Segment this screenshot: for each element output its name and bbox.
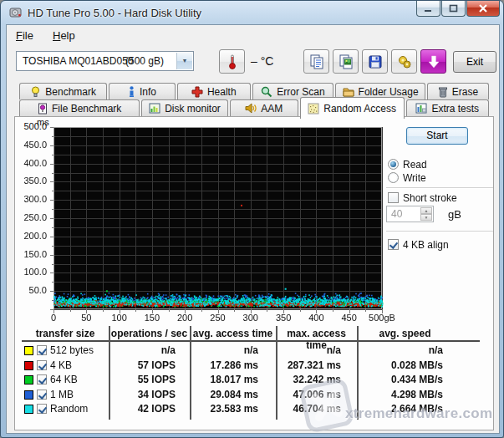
drive-selector[interactable]: TOSHIBA MQ01ABD050 (500 gB) ▼	[16, 51, 194, 71]
error-scan-icon	[261, 86, 272, 98]
series-color-swatch	[24, 361, 33, 370]
maximize-icon	[449, 4, 458, 13]
tab-label: AAM	[261, 103, 283, 115]
tab-file-benchmark[interactable]: File Benchmark	[19, 99, 140, 116]
info-icon	[128, 86, 135, 98]
spinner-up-button[interactable]: ▲	[420, 207, 432, 214]
title-bar[interactable]: HD Tune Pro 5.00 - Hard Disk Utility	[1, 1, 503, 24]
tab-extra-tests[interactable]: Extra tests	[406, 99, 489, 116]
download-button[interactable]	[420, 49, 446, 74]
avg-speed-value: n/a	[366, 344, 443, 356]
menu-file[interactable]: File	[11, 28, 38, 43]
spinner-down-button[interactable]: ▼	[420, 214, 432, 221]
app-icon	[9, 6, 23, 19]
options-button[interactable]	[391, 49, 417, 74]
series-color-swatch	[24, 375, 33, 385]
short-stroke-label[interactable]: Short stroke	[403, 192, 457, 204]
tab-label: Folder Usage	[359, 86, 419, 98]
tab-label: Random Access	[323, 103, 396, 115]
divider	[386, 187, 493, 189]
align-checkbox[interactable]	[388, 239, 399, 250]
temperature-button[interactable]	[219, 49, 245, 74]
series-checkbox[interactable]	[37, 404, 47, 414]
max-access-value: 287.321 ms	[266, 359, 341, 371]
tab-erase[interactable]: Erase	[427, 83, 489, 99]
series-checkbox[interactable]	[37, 360, 47, 370]
y-axis-tick-label: 150.0	[15, 249, 47, 259]
app-window: HD Tune Pro 5.00 - Hard Disk Utility Fil…	[0, 0, 504, 438]
avg-access-value: 18.017 ms	[186, 374, 258, 385]
y-axis-tick-label: 300.0	[15, 194, 47, 204]
y-axis-tick-label: 250.0	[15, 212, 47, 222]
col-header-transfer-size: transfer size	[22, 328, 109, 339]
minimize-button[interactable]	[416, 1, 440, 17]
y-axis-tick-label: 450.0	[15, 140, 47, 150]
thermometer-icon	[225, 53, 240, 70]
tab-label: Error Scan	[277, 86, 324, 98]
y-axis-tick-label: 50.0	[15, 285, 47, 295]
disk-monitor-icon	[149, 103, 160, 114]
spinner-unit-label: gB	[448, 208, 461, 221]
aam-icon	[245, 103, 257, 114]
save-button[interactable]	[362, 49, 388, 74]
transfer-size-label: 4 KB	[50, 359, 109, 371]
tab-random-access[interactable]: Random Access	[300, 97, 405, 119]
read-radio[interactable]	[388, 159, 399, 170]
transfer-size-label: Random	[50, 403, 109, 415]
copy-text-button[interactable]	[303, 49, 329, 74]
erase-icon	[438, 86, 448, 98]
maximize-button[interactable]	[441, 1, 466, 17]
tab-info[interactable]: Info	[109, 83, 175, 99]
transfer-size-label: 64 KB	[50, 374, 109, 385]
tab-row-2: File Benchmark Disk monitor AAM Random A…	[19, 99, 489, 116]
folder-usage-icon	[343, 87, 354, 97]
tab-disk-monitor[interactable]: Disk monitor	[141, 99, 227, 116]
short-stroke-checkbox[interactable]	[388, 192, 399, 203]
combo-arrow-icon[interactable]: ▼	[176, 53, 192, 69]
close-button[interactable]	[466, 1, 500, 17]
transfer-size-label: 512 bytes	[50, 344, 109, 356]
write-radio[interactable]	[388, 172, 399, 183]
tab-label: Benchmark	[45, 86, 96, 98]
series-color-swatch	[24, 390, 33, 400]
benchmark-icon	[30, 86, 41, 98]
max-access-value: n/a	[266, 344, 341, 356]
read-label[interactable]: Read	[403, 159, 427, 171]
align-label[interactable]: 4 KB align	[403, 239, 449, 251]
copy-image-icon	[338, 53, 354, 70]
ops-value: 34 IOPS	[112, 389, 176, 400]
ops-value: n/a	[112, 344, 176, 356]
x-axis-tick-label: 500gB	[361, 313, 403, 323]
short-stroke-spinner[interactable]: 40 ▲ ▼	[386, 206, 434, 222]
copy-text-icon	[308, 53, 325, 70]
max-access-value: 47.006 ms	[266, 389, 341, 400]
write-label[interactable]: Write	[403, 172, 426, 184]
tab-aam[interactable]: AAM	[230, 99, 298, 116]
tab-benchmark[interactable]: Benchmark	[19, 83, 107, 99]
tab-label: Info	[140, 86, 156, 98]
avg-speed-value: 0.434 MB/s	[366, 374, 443, 385]
drive-capacity: (500 gB)	[125, 55, 164, 67]
table-row-4kb: 4 KB 57 IOPS 17.286 ms 287.321 ms 0.028 …	[15, 359, 493, 372]
series-checkbox[interactable]	[37, 374, 47, 385]
start-button[interactable]: Start	[406, 127, 468, 145]
avg-speed-value: 2.664 MB/s	[366, 403, 443, 415]
menu-help[interactable]: Help	[48, 28, 80, 43]
tab-label: Disk monitor	[165, 103, 221, 115]
table-row-64kb: 64 KB 55 IOPS 18.017 ms 32.242 ms 0.434 …	[15, 374, 493, 386]
exit-button[interactable]: Exit	[453, 51, 496, 73]
col-header-operations: operations / sec	[109, 328, 190, 339]
series-checkbox[interactable]	[37, 390, 47, 400]
temperature-value: – °C	[251, 54, 273, 68]
tab-health[interactable]: Health	[177, 83, 251, 99]
transfer-size-label: 1 MB	[50, 389, 109, 400]
copy-image-button[interactable]	[333, 49, 359, 74]
series-checkbox[interactable]	[37, 345, 47, 355]
y-axis-tick-label: 200.0	[15, 231, 47, 241]
file-benchmark-icon	[38, 103, 48, 115]
y-axis-tick-label: 400.0	[15, 158, 47, 168]
random-access-page: ms 500.0450.0400.0350.0300.0250.0200.015…	[14, 116, 494, 430]
series-color-swatch	[24, 405, 33, 414]
table-row-1mb: 1 MB 34 IOPS 29.084 ms 47.006 ms 4.298 M…	[15, 389, 493, 401]
series-color-swatch	[24, 346, 33, 355]
